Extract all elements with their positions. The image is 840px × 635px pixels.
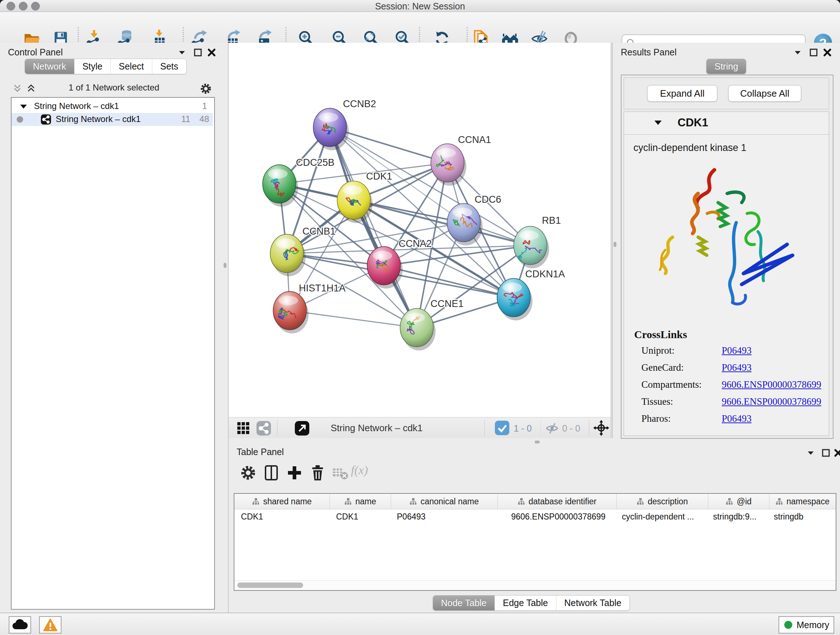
protein-header[interactable]: CDK1 xyxy=(624,112,829,135)
node-table: shared name name canonical name database… xyxy=(234,493,836,591)
network-row-selected[interactable]: String Network – cdk1 11 48 xyxy=(11,113,213,126)
network-edge-HIST1H1A-CCNE1[interactable] xyxy=(290,310,417,328)
network-node-CCNB1[interactable]: CCNB1 xyxy=(270,226,336,276)
column-header-shared-name[interactable]: shared name xyxy=(234,494,330,509)
uniprot-link[interactable]: P06493 xyxy=(722,345,752,356)
panel-menu-icon[interactable] xyxy=(793,48,802,57)
column-type-icon xyxy=(252,498,259,505)
expand-collapse-row: Expand All Collapse All xyxy=(624,78,829,109)
network-graph[interactable]: CCNB2CCNA1CDC25BCDK1CDC6RB1CCNB1CCNA2CDK… xyxy=(229,43,611,417)
collapse-all-button[interactable]: Collapse All xyxy=(728,85,801,102)
network-node-count: 11 xyxy=(181,114,190,124)
column-header-canonical-name[interactable]: canonical name xyxy=(391,494,498,509)
tab-style[interactable]: Style xyxy=(74,59,111,74)
delete-table-icon[interactable] xyxy=(331,463,349,482)
column-header-id[interactable]: @id xyxy=(708,494,769,509)
splitter-handle[interactable] xyxy=(224,263,226,268)
genecard-link[interactable]: P06493 xyxy=(722,362,752,373)
float-panel-icon[interactable] xyxy=(821,448,831,458)
cloud-sync-button[interactable] xyxy=(9,616,31,633)
table-row[interactable]: CDK1 CDK1 P06493 9606.ENSP00000378699 cy… xyxy=(234,509,836,524)
network-icon xyxy=(41,114,51,125)
column-header-description[interactable]: description xyxy=(617,494,708,509)
function-builder-icon[interactable]: f(x) xyxy=(351,463,368,477)
table-options-gear-icon[interactable] xyxy=(239,463,257,482)
compartments-link[interactable]: 9606.ENSP00000378699 xyxy=(722,379,821,390)
float-panel-icon[interactable] xyxy=(193,48,202,57)
panel-menu-icon[interactable] xyxy=(806,448,815,458)
network-edge-CCNA2-CDKN1A[interactable] xyxy=(384,266,514,298)
network-node-CCNE1[interactable]: CCNE1 xyxy=(400,298,464,350)
tab-edge-table[interactable]: Edge Table xyxy=(494,595,556,610)
column-header-name[interactable]: name xyxy=(330,494,391,509)
close-panel-icon[interactable] xyxy=(207,48,216,57)
network-node-CCNB2[interactable]: CCNB2 xyxy=(313,98,376,150)
network-edge-CCNB2-CCNE1[interactable] xyxy=(330,127,417,328)
expand-all-button[interactable]: Expand All xyxy=(647,85,717,102)
grid-view-icon[interactable] xyxy=(237,421,250,435)
hidden-items-icon[interactable] xyxy=(546,423,559,434)
memory-button[interactable]: Memory xyxy=(778,616,834,633)
birds-eye-navigator-icon[interactable] xyxy=(593,420,609,436)
window-title: Session: New Session xyxy=(0,1,840,11)
string-results-box: Expand All Collapse All CDK1 cyclin-depe… xyxy=(621,74,834,439)
status-bar: Memory xyxy=(0,613,840,635)
tab-select[interactable]: Select xyxy=(111,59,152,74)
scrollbar-thumb[interactable] xyxy=(237,583,303,588)
network-view-toolbar: String Network – cdk1 1 - 0 0 - 0 xyxy=(229,417,611,439)
network-selection-status-bar: 1 of 1 Network selected xyxy=(0,80,228,96)
splitter-handle[interactable] xyxy=(535,440,540,443)
close-panel-icon[interactable] xyxy=(823,48,832,57)
tab-string[interactable]: String xyxy=(706,59,746,74)
tab-sets[interactable]: Sets xyxy=(152,59,186,74)
horizontal-splitter[interactable] xyxy=(229,438,840,445)
cloud-icon xyxy=(12,619,28,630)
panel-menu-icon[interactable] xyxy=(177,48,187,57)
network-view-icon[interactable] xyxy=(256,421,271,436)
results-panel-tabs: String xyxy=(706,59,746,74)
memory-label: Memory xyxy=(797,620,829,630)
collapse-protein-icon[interactable] xyxy=(654,119,662,126)
tab-network-table[interactable]: Network Table xyxy=(556,595,630,610)
node-label-CCNA1: CCNA1 xyxy=(458,134,491,145)
create-column-icon[interactable] xyxy=(285,463,304,482)
selected-count: 1 - 0 xyxy=(514,423,532,434)
close-panel-icon[interactable] xyxy=(834,448,840,458)
column-type-icon xyxy=(775,498,783,505)
float-panel-icon[interactable] xyxy=(809,48,818,57)
network-node-HIST1H1A[interactable]: HIST1H1A xyxy=(273,283,346,333)
memory-status-dot xyxy=(784,621,792,629)
main-toolbar: ? xyxy=(0,12,840,43)
network-node-CDKN1A[interactable]: CDKN1A xyxy=(497,269,565,320)
collection-expander-icon[interactable] xyxy=(19,103,27,111)
column-header-namespace[interactable]: namespace xyxy=(769,494,836,509)
network-node-CDK1[interactable]: CDK1 xyxy=(337,171,392,223)
network-collection-row[interactable]: String Network – cdk1 1 xyxy=(11,100,213,113)
control-panel-tabs: Network Style Select Sets xyxy=(25,59,187,74)
network-canvas[interactable]: CCNB2CCNA1CDC25BCDK1CDC6RB1CCNB1CCNA2CDK… xyxy=(229,43,611,417)
crosslink-row: Compartments:9606.ENSP00000378699 xyxy=(641,379,701,390)
horizontal-scrollbar[interactable] xyxy=(234,580,836,590)
network-node-RB1[interactable]: RB1 xyxy=(514,215,561,268)
results-panel: Results Panel String Expand All Collapse… xyxy=(612,43,840,438)
show-columns-icon[interactable] xyxy=(262,463,281,482)
selected-items-checkbox[interactable] xyxy=(495,421,509,435)
tab-node-table[interactable]: Node Table xyxy=(433,595,494,610)
column-type-icon xyxy=(344,498,352,505)
splitter-handle[interactable] xyxy=(614,242,616,247)
titlebar: Session: New Session xyxy=(0,0,840,12)
tissues-link[interactable]: 9606.ENSP00000378699 xyxy=(722,396,821,407)
node-label-CDC6: CDC6 xyxy=(475,194,501,205)
warnings-button[interactable] xyxy=(39,616,62,633)
crosslink-row: Tissues:9606.ENSP00000378699 xyxy=(641,396,673,407)
detach-view-icon[interactable] xyxy=(294,421,309,436)
pharos-link[interactable]: P06493 xyxy=(722,413,752,424)
delete-column-icon[interactable] xyxy=(308,463,327,482)
control-panel-title: Control Panel xyxy=(8,47,63,57)
column-header-database-identifier[interactable]: database identifier xyxy=(498,494,617,509)
tab-network[interactable]: Network xyxy=(25,59,74,74)
network-options-gear-icon[interactable] xyxy=(200,82,212,95)
viewbar-separator xyxy=(540,420,541,436)
network-view-title: String Network – cdk1 xyxy=(331,423,423,434)
network-node-CCNA1[interactable]: CCNA1 xyxy=(431,134,491,186)
